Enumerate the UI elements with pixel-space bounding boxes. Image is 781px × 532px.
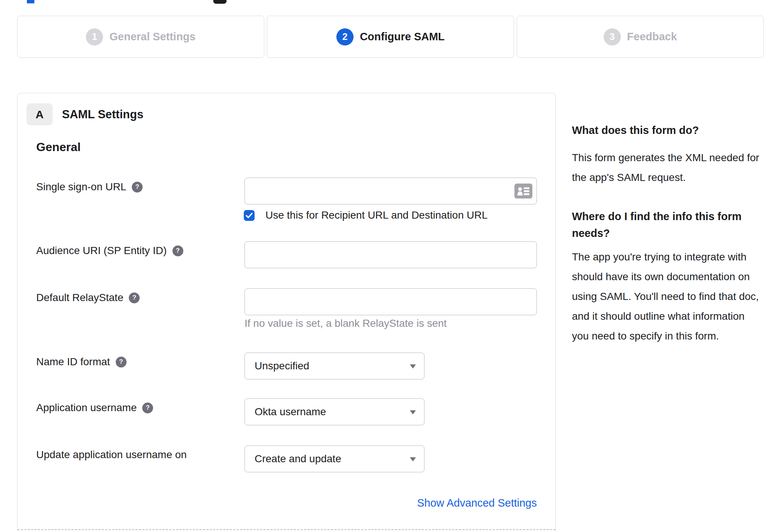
step-1-label: General Settings: [109, 31, 195, 43]
help-panel: What does this form do? This form genera…: [572, 122, 764, 346]
step-2-number-badge: 2: [336, 28, 354, 46]
step-feedback: 3 Feedback: [517, 16, 764, 58]
application-username-label: Application username ?: [36, 400, 153, 416]
general-group-heading: General: [36, 140, 81, 154]
update-username-value: Create and update: [255, 453, 341, 465]
recipient-url-checkbox-row: Use this for Recipient URL and Destinati…: [244, 209, 488, 221]
relay-state-helper: If no value is set, a blank RelayState i…: [245, 317, 447, 329]
relay-state-label-text: Default RelayState: [36, 290, 123, 306]
step-2-label: Configure SAML: [360, 31, 445, 43]
triangle-down-icon: [410, 410, 416, 414]
wizard-step-bar: 1 General Settings 2 Configure SAML 3 Fe…: [17, 16, 764, 58]
step-configure-saml: 2 Configure SAML: [267, 16, 514, 58]
help-q1-body: This form generates the XML needed for t…: [572, 148, 764, 187]
application-username-label-text: Application username: [36, 400, 137, 416]
checkmark-icon: [246, 213, 253, 218]
update-username-label: Update application username on: [36, 447, 187, 463]
sso-url-label-text: Single sign-on URL: [36, 179, 126, 195]
section-a-badge: A: [27, 103, 53, 125]
name-id-format-select[interactable]: Unspecified: [245, 353, 424, 379]
step-general-settings: 1 General Settings: [17, 16, 264, 58]
help-q2-title: Where do I find the info this form needs…: [572, 208, 764, 242]
sso-url-label: Single sign-on URL ?: [36, 179, 143, 195]
relay-state-input[interactable]: [245, 288, 537, 315]
audience-uri-input[interactable]: [245, 241, 537, 268]
step-3-number-badge: 3: [604, 28, 621, 46]
update-username-label-text: Update application username on: [36, 447, 187, 463]
triangle-down-icon: [410, 457, 416, 461]
variable-picker-icon[interactable]: [514, 184, 532, 198]
sso-url-input-wrap: [245, 178, 537, 204]
name-id-format-label-text: Name ID format: [36, 354, 110, 370]
sso-url-help-icon[interactable]: ?: [132, 182, 143, 193]
relay-state-label: Default RelayState ?: [36, 290, 140, 306]
audience-uri-help-icon[interactable]: ?: [172, 245, 183, 256]
recipient-url-checkbox-label: Use this for Recipient URL and Destinati…: [265, 209, 488, 221]
update-username-select[interactable]: Create and update: [245, 445, 424, 472]
audience-uri-label: Audience URI (SP Entity ID) ?: [36, 243, 183, 259]
sso-url-input[interactable]: [245, 178, 537, 204]
section-dashed-divider: [18, 529, 556, 530]
cropped-blue-artifact: [27, 0, 34, 3]
recipient-url-checkbox[interactable]: [244, 210, 255, 221]
relay-state-help-icon[interactable]: ?: [129, 292, 140, 303]
application-username-help-icon[interactable]: ?: [142, 403, 153, 413]
name-id-format-help-icon[interactable]: ?: [116, 357, 127, 367]
saml-settings-card: A SAML Settings General Single sign-on U…: [17, 93, 556, 532]
name-id-format-label: Name ID format ?: [36, 354, 127, 370]
show-advanced-settings-link[interactable]: Show Advanced Settings: [245, 497, 537, 509]
triangle-down-icon: [410, 364, 416, 369]
cropped-black-artifact: [213, 0, 227, 4]
help-q1-title: What does this form do?: [572, 122, 764, 139]
audience-uri-label-text: Audience URI (SP Entity ID): [36, 243, 167, 259]
name-id-format-value: Unspecified: [255, 360, 309, 372]
application-username-select[interactable]: Okta username: [245, 398, 424, 425]
help-q2-body: The app you're trying to integrate with …: [572, 247, 764, 346]
application-username-value: Okta username: [255, 406, 326, 418]
section-title: SAML Settings: [62, 103, 143, 125]
step-3-label: Feedback: [627, 31, 677, 43]
step-1-number-badge: 1: [86, 28, 103, 46]
